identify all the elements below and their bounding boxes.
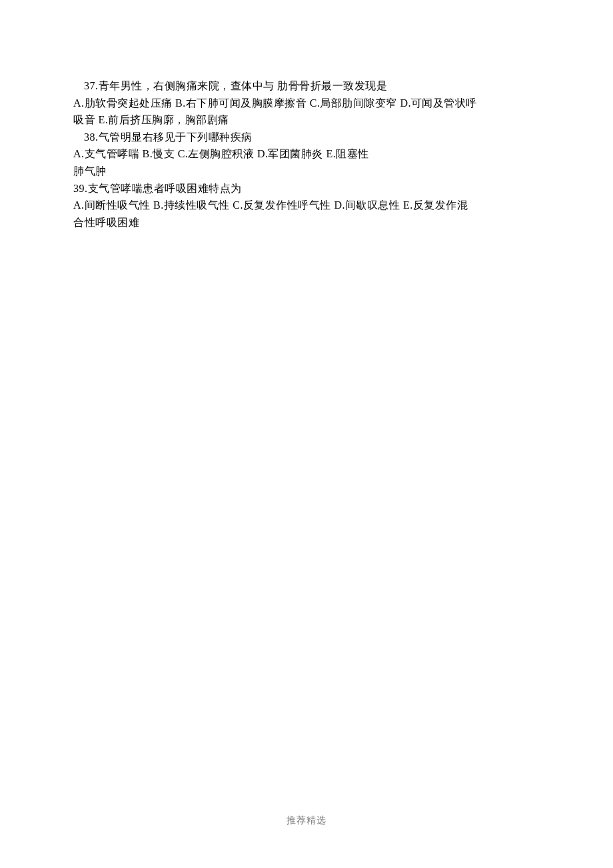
question-38-options-line2: 肺气肿 xyxy=(73,163,540,180)
question-37-options-line1: A.肋软骨突起处压痛 B.右下肺可闻及胸膜摩擦音 C.局部肋间隙变窄 D.可闻及… xyxy=(73,95,540,112)
q37-text: 青年男性，右侧胸痛来院，查体中与 肋骨骨折最一致发现是 xyxy=(99,80,388,91)
question-38-stem: 38.气管明显右移见于下列哪种疾病 xyxy=(73,129,540,146)
question-39-options-line1: A.间断性吸气性 B.持续性吸气性 C.反复发作性呼气性 D.间歇叹息性 E.反… xyxy=(73,197,540,214)
q39-text: 支气管哮喘患者呼吸困难特点为 xyxy=(88,183,242,194)
question-37-stem: 37.青年男性，右侧胸痛来院，查体中与 肋骨骨折最一致发现是 xyxy=(73,77,540,95)
q38-number: 38 xyxy=(84,131,95,143)
question-39-stem: 39.支气管哮喘患者呼吸困难特点为 xyxy=(73,180,540,197)
q38-text: 气管明显右移见于下列哪种疾病 xyxy=(99,131,253,143)
question-39-options-line2: 合性呼吸困难 xyxy=(73,214,540,231)
question-38-options-line1: A.支气管哮喘 B.慢支 C.左侧胸腔积液 D.军团菌肺炎 E.阻塞性 xyxy=(73,145,540,163)
q37-number: 37 xyxy=(84,80,95,91)
document-content: 37.青年男性，右侧胸痛来院，查体中与 肋骨骨折最一致发现是 A.肋软骨突起处压… xyxy=(0,0,613,231)
q39-number: 39 xyxy=(73,183,85,194)
page-footer: 推荐精选 xyxy=(0,813,613,828)
question-37-options-line2: 吸音 E.前后挤压胸廓，胸部剧痛 xyxy=(73,111,540,129)
